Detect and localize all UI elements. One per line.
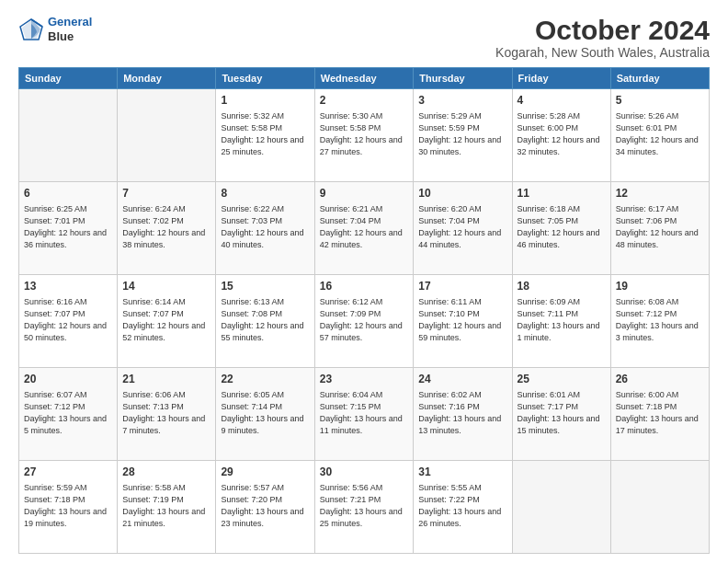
day-info: Sunrise: 6:11 AM Sunset: 7:10 PM Dayligh… [418, 296, 506, 344]
calendar-cell: 24Sunrise: 6:02 AM Sunset: 7:16 PM Dayli… [414, 368, 512, 461]
day-number: 12 [616, 186, 704, 201]
day-info: Sunrise: 5:30 AM Sunset: 5:58 PM Dayligh… [320, 110, 409, 158]
day-info: Sunrise: 5:32 AM Sunset: 5:58 PM Dayligh… [221, 110, 309, 158]
day-number: 6 [24, 186, 112, 201]
calendar-cell: 27Sunrise: 5:59 AM Sunset: 7:18 PM Dayli… [19, 461, 118, 554]
day-info: Sunrise: 6:04 AM Sunset: 7:15 PM Dayligh… [320, 389, 409, 437]
day-number: 24 [418, 372, 506, 387]
calendar-cell: 15Sunrise: 6:13 AM Sunset: 7:08 PM Dayli… [216, 275, 314, 368]
day-info: Sunrise: 6:17 AM Sunset: 7:06 PM Dayligh… [616, 203, 704, 251]
day-number: 8 [221, 186, 309, 201]
day-info: Sunrise: 6:13 AM Sunset: 7:08 PM Dayligh… [221, 296, 309, 344]
day-number: 29 [221, 465, 309, 480]
calendar-cell: 8Sunrise: 6:22 AM Sunset: 7:03 PM Daylig… [216, 182, 314, 275]
day-number: 22 [221, 372, 309, 387]
day-number: 26 [616, 372, 704, 387]
day-info: Sunrise: 6:22 AM Sunset: 7:03 PM Dayligh… [221, 203, 309, 251]
calendar-cell: 3Sunrise: 5:29 AM Sunset: 5:59 PM Daylig… [414, 89, 512, 182]
calendar-cell: 21Sunrise: 6:06 AM Sunset: 7:13 PM Dayli… [118, 368, 216, 461]
calendar-cell: 4Sunrise: 5:28 AM Sunset: 6:00 PM Daylig… [512, 89, 610, 182]
day-info: Sunrise: 5:29 AM Sunset: 5:59 PM Dayligh… [418, 110, 506, 158]
day-number: 28 [122, 465, 210, 480]
day-number: 19 [616, 279, 704, 294]
logo-text: General Blue [48, 15, 92, 43]
day-info: Sunrise: 6:18 AM Sunset: 7:05 PM Dayligh… [518, 203, 606, 251]
day-info: Sunrise: 5:28 AM Sunset: 6:00 PM Dayligh… [518, 110, 606, 158]
calendar-cell: 2Sunrise: 5:30 AM Sunset: 5:58 PM Daylig… [314, 89, 414, 182]
day-info: Sunrise: 6:12 AM Sunset: 7:09 PM Dayligh… [320, 296, 409, 344]
day-number: 25 [518, 372, 606, 387]
calendar-header-row: SundayMondayTuesdayWednesdayThursdayFrid… [19, 68, 710, 89]
day-number: 10 [418, 186, 506, 201]
logo: General Blue [18, 15, 92, 43]
calendar-cell [610, 461, 709, 554]
day-info: Sunrise: 6:25 AM Sunset: 7:01 PM Dayligh… [24, 203, 112, 251]
day-number: 18 [518, 279, 606, 294]
day-info: Sunrise: 6:21 AM Sunset: 7:04 PM Dayligh… [320, 203, 409, 251]
day-header-saturday: Saturday [610, 68, 709, 89]
day-info: Sunrise: 6:05 AM Sunset: 7:14 PM Dayligh… [221, 389, 309, 437]
calendar-cell: 6Sunrise: 6:25 AM Sunset: 7:01 PM Daylig… [19, 182, 118, 275]
calendar-cell: 25Sunrise: 6:01 AM Sunset: 7:17 PM Dayli… [512, 368, 610, 461]
calendar-cell [512, 461, 610, 554]
day-info: Sunrise: 6:07 AM Sunset: 7:12 PM Dayligh… [24, 389, 112, 437]
day-number: 23 [320, 372, 409, 387]
calendar-cell: 19Sunrise: 6:08 AM Sunset: 7:12 PM Dayli… [610, 275, 709, 368]
day-header-tuesday: Tuesday [216, 68, 314, 89]
day-header-sunday: Sunday [19, 68, 118, 89]
subtitle: Kogarah, New South Wales, Australia [495, 45, 710, 60]
day-number: 7 [122, 186, 210, 201]
day-number: 13 [24, 279, 112, 294]
day-number: 11 [518, 186, 606, 201]
day-number: 27 [24, 465, 112, 480]
day-number: 14 [122, 279, 210, 294]
calendar-cell: 11Sunrise: 6:18 AM Sunset: 7:05 PM Dayli… [512, 182, 610, 275]
day-info: Sunrise: 5:55 AM Sunset: 7:22 PM Dayligh… [418, 482, 506, 530]
day-number: 5 [616, 93, 704, 109]
day-info: Sunrise: 6:24 AM Sunset: 7:02 PM Dayligh… [122, 203, 210, 251]
calendar-cell: 1Sunrise: 5:32 AM Sunset: 5:58 PM Daylig… [216, 89, 314, 182]
calendar-cell: 26Sunrise: 6:00 AM Sunset: 7:18 PM Dayli… [610, 368, 709, 461]
logo-line2: Blue [48, 29, 92, 44]
calendar-week-4: 20Sunrise: 6:07 AM Sunset: 7:12 PM Dayli… [19, 368, 710, 461]
calendar-week-1: 1Sunrise: 5:32 AM Sunset: 5:58 PM Daylig… [19, 89, 710, 182]
title-block: October 2024 Kogarah, New South Wales, A… [495, 15, 710, 60]
calendar-cell: 5Sunrise: 5:26 AM Sunset: 6:01 PM Daylig… [610, 89, 709, 182]
day-number: 4 [518, 93, 606, 109]
calendar-cell: 31Sunrise: 5:55 AM Sunset: 7:22 PM Dayli… [414, 461, 512, 554]
day-info: Sunrise: 5:59 AM Sunset: 7:18 PM Dayligh… [24, 482, 112, 530]
calendar-week-5: 27Sunrise: 5:59 AM Sunset: 7:18 PM Dayli… [19, 461, 710, 554]
calendar-cell [19, 89, 118, 182]
day-number: 21 [122, 372, 210, 387]
day-header-monday: Monday [118, 68, 216, 89]
calendar-cell: 22Sunrise: 6:05 AM Sunset: 7:14 PM Dayli… [216, 368, 314, 461]
day-number: 30 [320, 465, 409, 480]
logo-icon [18, 17, 44, 42]
calendar-cell: 30Sunrise: 5:56 AM Sunset: 7:21 PM Dayli… [314, 461, 414, 554]
day-info: Sunrise: 6:06 AM Sunset: 7:13 PM Dayligh… [122, 389, 210, 437]
calendar-cell: 13Sunrise: 6:16 AM Sunset: 7:07 PM Dayli… [19, 275, 118, 368]
day-header-thursday: Thursday [414, 68, 512, 89]
day-number: 1 [221, 93, 309, 109]
day-number: 20 [24, 372, 112, 387]
calendar-cell: 14Sunrise: 6:14 AM Sunset: 7:07 PM Dayli… [118, 275, 216, 368]
calendar-cell: 7Sunrise: 6:24 AM Sunset: 7:02 PM Daylig… [118, 182, 216, 275]
page: General Blue October 2024 Kogarah, New S… [0, 0, 728, 563]
calendar-cell: 20Sunrise: 6:07 AM Sunset: 7:12 PM Dayli… [19, 368, 118, 461]
day-info: Sunrise: 6:08 AM Sunset: 7:12 PM Dayligh… [616, 296, 704, 344]
main-title: October 2024 [495, 15, 710, 45]
calendar-week-3: 13Sunrise: 6:16 AM Sunset: 7:07 PM Dayli… [19, 275, 710, 368]
day-number: 31 [418, 465, 506, 480]
calendar-cell: 12Sunrise: 6:17 AM Sunset: 7:06 PM Dayli… [610, 182, 709, 275]
day-header-wednesday: Wednesday [314, 68, 414, 89]
calendar-cell: 23Sunrise: 6:04 AM Sunset: 7:15 PM Dayli… [314, 368, 414, 461]
day-number: 9 [320, 186, 409, 201]
day-number: 17 [418, 279, 506, 294]
day-info: Sunrise: 5:56 AM Sunset: 7:21 PM Dayligh… [320, 482, 409, 530]
calendar-cell [118, 89, 216, 182]
day-info: Sunrise: 6:02 AM Sunset: 7:16 PM Dayligh… [418, 389, 506, 437]
day-info: Sunrise: 6:20 AM Sunset: 7:04 PM Dayligh… [418, 203, 506, 251]
day-info: Sunrise: 6:00 AM Sunset: 7:18 PM Dayligh… [616, 389, 704, 437]
calendar-cell: 17Sunrise: 6:11 AM Sunset: 7:10 PM Dayli… [414, 275, 512, 368]
day-info: Sunrise: 5:26 AM Sunset: 6:01 PM Dayligh… [616, 110, 704, 158]
